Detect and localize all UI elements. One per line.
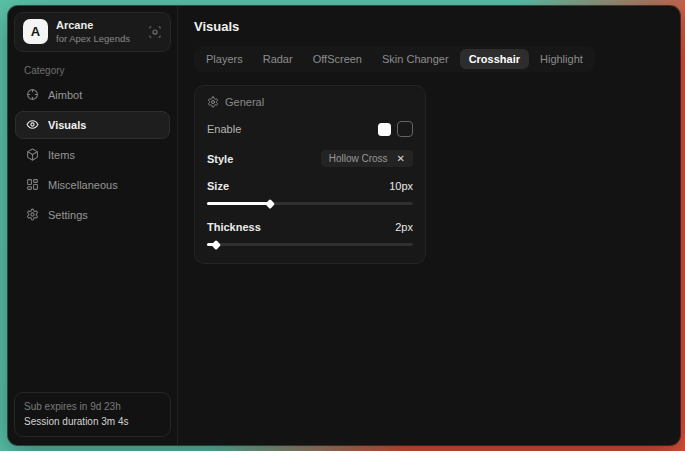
enable-controls <box>378 121 413 137</box>
subscription-info-card: Sub expires in 9d 23h Session duration 3… <box>14 392 171 437</box>
eye-icon <box>26 118 39 131</box>
crosshair-icon <box>26 88 39 101</box>
general-panel: General Enable Style Hollow Cross ✕ Size… <box>194 85 426 264</box>
main-content: Visuals Players Radar OffScreen Skin Cha… <box>178 6 680 445</box>
tab-players[interactable]: Players <box>197 49 252 69</box>
general-panel-header: General <box>207 96 413 108</box>
size-value: 10px <box>389 180 413 192</box>
slider-thumb[interactable] <box>211 240 221 250</box>
slider-track[interactable] <box>207 243 413 246</box>
sub-expires-text: Sub expires in 9d 23h <box>24 400 161 415</box>
tab-highlight[interactable]: Highlight <box>531 49 592 69</box>
panel-title: General <box>225 96 264 108</box>
app-header-text: Arcane for Apex Legends <box>56 19 140 45</box>
sidebar-item-label: Visuals <box>48 119 86 131</box>
style-label: Style <box>207 153 233 165</box>
session-duration-text: Session duration 3m 4s <box>24 415 161 430</box>
tab-offscreen[interactable]: OffScreen <box>304 49 371 69</box>
app-window: A Arcane for Apex Legends Category <box>8 6 680 445</box>
thickness-value: 2px <box>395 221 413 233</box>
sidebar-item-visuals[interactable]: Visuals <box>15 111 170 139</box>
enable-checkbox[interactable] <box>397 121 413 137</box>
size-label: Size <box>207 180 229 192</box>
enable-row: Enable <box>207 121 413 137</box>
tab-skin-changer[interactable]: Skin Changer <box>373 49 458 69</box>
app-logo: A <box>23 19 48 44</box>
sidebar-item-items[interactable]: Items <box>15 141 170 169</box>
thickness-label: Thickness <box>207 221 261 233</box>
sidebar-item-label: Aimbot <box>48 89 82 101</box>
app-header-card: A Arcane for Apex Legends <box>14 12 171 52</box>
sidebar-item-label: Settings <box>48 209 88 221</box>
slider-fill <box>207 202 269 205</box>
size-slider[interactable] <box>207 199 413 208</box>
color-swatch[interactable] <box>378 123 391 136</box>
layout-grid-icon <box>26 178 39 191</box>
tab-radar[interactable]: Radar <box>254 49 302 69</box>
category-label: Category <box>24 65 161 76</box>
sidebar-item-aimbot[interactable]: Aimbot <box>15 81 170 109</box>
sidebar-item-miscellaneous[interactable]: Miscellaneous <box>15 171 170 199</box>
thickness-row: Thickness 2px <box>207 221 413 233</box>
style-value-tag[interactable]: Hollow Cross ✕ <box>321 150 413 167</box>
style-value: Hollow Cross <box>329 153 388 164</box>
gear-icon <box>207 96 219 108</box>
size-row: Size 10px <box>207 180 413 192</box>
sidebar-item-label: Miscellaneous <box>48 179 118 191</box>
visuals-tabstrip: Players Radar OffScreen Skin Changer Cro… <box>194 46 595 72</box>
app-name: Arcane <box>56 19 140 33</box>
sidebar-item-settings[interactable]: Settings <box>15 201 170 229</box>
tab-crosshair[interactable]: Crosshair <box>460 49 529 69</box>
app-subtitle: for Apex Legends <box>56 33 140 45</box>
sidebar-item-label: Items <box>48 149 75 161</box>
gear-icon <box>26 208 39 221</box>
sidebar: A Arcane for Apex Legends Category <box>8 6 178 445</box>
sidebar-spacer <box>14 229 171 392</box>
sidebar-nav: Aimbot Visuals <box>14 81 171 229</box>
enable-label: Enable <box>207 123 241 135</box>
style-row: Style Hollow Cross ✕ <box>207 150 413 167</box>
thickness-slider[interactable] <box>207 240 413 249</box>
focus-target-icon[interactable] <box>148 25 162 39</box>
page-title: Visuals <box>194 19 664 34</box>
package-icon <box>26 148 39 161</box>
slider-thumb[interactable] <box>265 199 275 209</box>
remove-icon[interactable]: ✕ <box>397 154 405 164</box>
